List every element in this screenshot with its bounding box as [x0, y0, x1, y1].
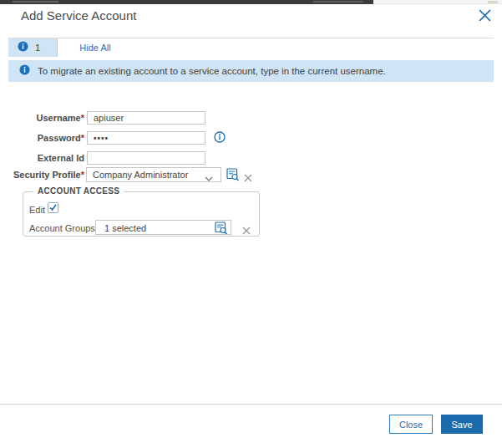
footer-divider — [0, 404, 502, 405]
background-bar-fragment — [488, 1, 498, 3]
account-groups-lookup-icon[interactable] — [215, 221, 228, 238]
username-field[interactable] — [87, 111, 205, 125]
account-groups-field[interactable]: 1 selected — [95, 220, 231, 235]
account-groups-value: 1 selected — [104, 223, 146, 233]
password-label: Password* — [0, 133, 84, 143]
close-icon[interactable] — [479, 9, 492, 23]
account-groups-label: Account Groups* — [29, 223, 99, 233]
info-tab-count: 1 — [35, 43, 40, 53]
background-bar-light — [373, 0, 502, 4]
edit-checkbox[interactable] — [48, 202, 58, 213]
external-id-field[interactable] — [87, 151, 205, 165]
account-access-legend: ACCOUNT ACCESS — [33, 186, 124, 196]
dialog-title: Add Service Account — [21, 8, 136, 23]
info-icon — [19, 64, 30, 79]
save-button[interactable]: Save — [441, 415, 483, 434]
info-banner: To migrate an existing account to a serv… — [8, 60, 494, 82]
close-button[interactable]: Close — [389, 415, 433, 434]
password-info-icon[interactable] — [214, 131, 226, 146]
security-profile-selected-option: Company Administrator — [93, 170, 188, 180]
username-label: Username* — [0, 113, 84, 123]
external-id-label: External Id — [0, 153, 84, 163]
tab-info-messages[interactable]: 1 — [8, 38, 57, 57]
tab-hide-all[interactable]: Hide All — [58, 38, 133, 57]
security-profile-select[interactable]: Company Administrator — [86, 167, 221, 182]
security-profile-lookup-icon[interactable] — [226, 168, 240, 185]
background-app-bar — [0, 0, 502, 4]
password-field[interactable] — [87, 131, 205, 145]
chevron-down-icon — [205, 173, 213, 183]
security-profile-label: Security Profile* — [0, 170, 84, 180]
edit-label: Edit — [29, 205, 45, 215]
account-groups-clear-icon[interactable] — [242, 223, 251, 238]
add-service-account-dialog: Add Service Account 1 Hide All To migrat… — [0, 0, 502, 448]
background-bar-fragment — [13, 1, 58, 3]
info-icon — [18, 40, 28, 55]
background-bar-fragment — [313, 1, 363, 3]
security-profile-clear-icon[interactable] — [244, 171, 252, 186]
info-banner-message: To migrate an existing account to a serv… — [38, 66, 386, 76]
